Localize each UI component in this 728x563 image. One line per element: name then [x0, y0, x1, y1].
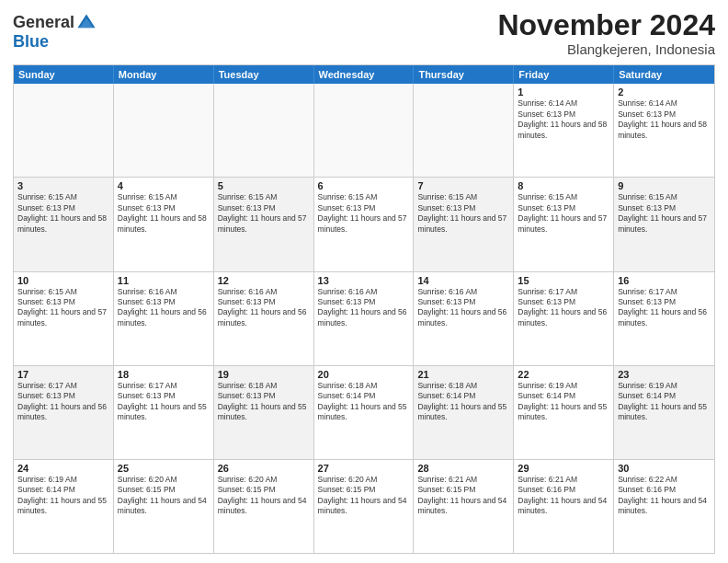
header-friday: Friday [514, 65, 614, 84]
cal-cell-r3-c0: 17Sunrise: 6:17 AM Sunset: 6:13 PM Dayli… [14, 366, 114, 459]
day-number: 6 [318, 180, 410, 191]
day-info: Sunrise: 6:19 AM Sunset: 6:14 PM Dayligh… [17, 475, 109, 517]
day-number: 11 [118, 275, 210, 286]
day-info: Sunrise: 6:17 AM Sunset: 6:13 PM Dayligh… [118, 381, 210, 423]
day-info: Sunrise: 6:15 AM Sunset: 6:13 PM Dayligh… [17, 287, 109, 329]
day-number: 4 [118, 180, 210, 191]
header-saturday: Saturday [614, 65, 714, 84]
header-tuesday: Tuesday [214, 65, 314, 84]
cal-cell-r0-c1 [114, 84, 214, 177]
day-info: Sunrise: 6:17 AM Sunset: 6:13 PM Dayligh… [618, 287, 711, 329]
header-wednesday: Wednesday [314, 65, 415, 84]
cal-cell-r4-c6: 30Sunrise: 6:22 AM Sunset: 6:16 PM Dayli… [614, 460, 714, 553]
day-number: 25 [118, 463, 210, 474]
day-info: Sunrise: 6:17 AM Sunset: 6:13 PM Dayligh… [518, 287, 609, 329]
cal-cell-r1-c5: 8Sunrise: 6:15 AM Sunset: 6:13 PM Daylig… [514, 178, 614, 270]
day-number: 27 [318, 463, 410, 474]
logo-icon [76, 13, 97, 33]
day-info: Sunrise: 6:18 AM Sunset: 6:14 PM Dayligh… [318, 381, 410, 423]
day-info: Sunrise: 6:15 AM Sunset: 6:13 PM Dayligh… [417, 192, 509, 235]
day-info: Sunrise: 6:15 AM Sunset: 6:13 PM Dayligh… [318, 192, 410, 235]
day-info: Sunrise: 6:15 AM Sunset: 6:13 PM Dayligh… [17, 192, 109, 235]
day-number: 8 [518, 180, 609, 191]
day-number: 23 [618, 369, 711, 380]
cal-cell-r0-c5: 1Sunrise: 6:14 AM Sunset: 6:13 PM Daylig… [514, 84, 614, 177]
calendar-header: Sunday Monday Tuesday Wednesday Thursday… [14, 65, 714, 84]
day-info: Sunrise: 6:16 AM Sunset: 6:13 PM Dayligh… [218, 287, 310, 329]
day-number: 14 [417, 275, 509, 286]
cal-row-1: 3Sunrise: 6:15 AM Sunset: 6:13 PM Daylig… [14, 177, 714, 270]
cal-cell-r1-c1: 4Sunrise: 6:15 AM Sunset: 6:13 PM Daylig… [114, 178, 214, 270]
day-info: Sunrise: 6:18 AM Sunset: 6:14 PM Dayligh… [417, 381, 509, 423]
cal-row-4: 24Sunrise: 6:19 AM Sunset: 6:14 PM Dayli… [14, 459, 714, 553]
cal-row-3: 17Sunrise: 6:17 AM Sunset: 6:13 PM Dayli… [14, 365, 714, 459]
day-info: Sunrise: 6:21 AM Sunset: 6:16 PM Dayligh… [518, 475, 609, 517]
logo-general: General [13, 14, 74, 32]
header: General Blue November 2024 Blangkejeren,… [13, 9, 715, 57]
cal-cell-r2-c6: 16Sunrise: 6:17 AM Sunset: 6:13 PM Dayli… [614, 272, 714, 365]
cal-row-2: 10Sunrise: 6:15 AM Sunset: 6:13 PM Dayli… [14, 271, 714, 365]
location: Blangkejeren, Indonesia [497, 41, 715, 57]
cal-cell-r4-c1: 25Sunrise: 6:20 AM Sunset: 6:15 PM Dayli… [114, 460, 214, 553]
cal-cell-r1-c3: 6Sunrise: 6:15 AM Sunset: 6:13 PM Daylig… [314, 178, 415, 270]
day-info: Sunrise: 6:16 AM Sunset: 6:13 PM Dayligh… [318, 287, 410, 329]
day-info: Sunrise: 6:15 AM Sunset: 6:13 PM Dayligh… [218, 192, 310, 235]
page: General Blue November 2024 Blangkejeren,… [0, 0, 728, 563]
day-number: 17 [17, 369, 109, 380]
day-info: Sunrise: 6:22 AM Sunset: 6:16 PM Dayligh… [618, 475, 711, 517]
cal-cell-r3-c5: 22Sunrise: 6:19 AM Sunset: 6:14 PM Dayli… [514, 366, 614, 459]
cal-cell-r0-c6: 2Sunrise: 6:14 AM Sunset: 6:13 PM Daylig… [614, 84, 714, 177]
day-info: Sunrise: 6:18 AM Sunset: 6:13 PM Dayligh… [218, 381, 310, 423]
day-info: Sunrise: 6:15 AM Sunset: 6:13 PM Dayligh… [518, 192, 609, 235]
cal-cell-r4-c5: 29Sunrise: 6:21 AM Sunset: 6:16 PM Dayli… [514, 460, 614, 553]
day-number: 18 [118, 369, 210, 380]
day-number: 26 [218, 463, 310, 474]
day-number: 16 [618, 275, 711, 286]
cal-cell-r2-c4: 14Sunrise: 6:16 AM Sunset: 6:13 PM Dayli… [414, 272, 514, 365]
cal-cell-r4-c0: 24Sunrise: 6:19 AM Sunset: 6:14 PM Dayli… [14, 460, 114, 553]
day-number: 2 [618, 86, 711, 98]
logo: General Blue [13, 13, 97, 52]
day-info: Sunrise: 6:14 AM Sunset: 6:13 PM Dayligh… [518, 98, 609, 141]
cal-cell-r1-c0: 3Sunrise: 6:15 AM Sunset: 6:13 PM Daylig… [14, 178, 114, 270]
cal-cell-r4-c3: 27Sunrise: 6:20 AM Sunset: 6:15 PM Dayli… [314, 460, 415, 553]
cal-cell-r0-c3 [314, 84, 415, 177]
month-title: November 2024 [497, 9, 715, 41]
day-number: 20 [318, 369, 410, 380]
cal-cell-r4-c2: 26Sunrise: 6:20 AM Sunset: 6:15 PM Dayli… [214, 460, 314, 553]
cal-cell-r4-c4: 28Sunrise: 6:21 AM Sunset: 6:15 PM Dayli… [414, 460, 514, 553]
cal-cell-r0-c4 [414, 84, 514, 177]
day-number: 15 [518, 275, 609, 286]
cal-cell-r0-c0 [14, 84, 114, 177]
day-info: Sunrise: 6:17 AM Sunset: 6:13 PM Dayligh… [17, 381, 109, 423]
cal-cell-r2-c0: 10Sunrise: 6:15 AM Sunset: 6:13 PM Dayli… [14, 272, 114, 365]
day-number: 1 [518, 86, 609, 98]
calendar: Sunday Monday Tuesday Wednesday Thursday… [13, 64, 715, 554]
day-number: 19 [218, 369, 310, 380]
cal-cell-r1-c4: 7Sunrise: 6:15 AM Sunset: 6:13 PM Daylig… [414, 178, 514, 270]
day-info: Sunrise: 6:15 AM Sunset: 6:13 PM Dayligh… [618, 192, 711, 235]
day-info: Sunrise: 6:20 AM Sunset: 6:15 PM Dayligh… [218, 475, 310, 517]
day-number: 9 [618, 180, 711, 191]
cal-cell-r3-c2: 19Sunrise: 6:18 AM Sunset: 6:13 PM Dayli… [214, 366, 314, 459]
cal-cell-r0-c2 [214, 84, 314, 177]
day-info: Sunrise: 6:19 AM Sunset: 6:14 PM Dayligh… [518, 381, 609, 423]
day-info: Sunrise: 6:14 AM Sunset: 6:13 PM Dayligh… [618, 98, 711, 141]
day-number: 12 [218, 275, 310, 286]
day-number: 24 [17, 463, 109, 474]
day-number: 7 [417, 180, 509, 191]
day-number: 13 [318, 275, 410, 286]
cal-cell-r2-c1: 11Sunrise: 6:16 AM Sunset: 6:13 PM Dayli… [114, 272, 214, 365]
day-info: Sunrise: 6:20 AM Sunset: 6:15 PM Dayligh… [318, 475, 410, 517]
header-monday: Monday [114, 65, 214, 84]
day-number: 3 [17, 180, 109, 191]
header-sunday: Sunday [14, 65, 114, 84]
day-number: 29 [518, 463, 609, 474]
cal-cell-r3-c6: 23Sunrise: 6:19 AM Sunset: 6:14 PM Dayli… [614, 366, 714, 459]
day-info: Sunrise: 6:16 AM Sunset: 6:13 PM Dayligh… [118, 287, 210, 329]
day-info: Sunrise: 6:15 AM Sunset: 6:13 PM Dayligh… [118, 192, 210, 235]
cal-cell-r1-c6: 9Sunrise: 6:15 AM Sunset: 6:13 PM Daylig… [614, 178, 714, 270]
day-info: Sunrise: 6:16 AM Sunset: 6:13 PM Dayligh… [417, 287, 509, 329]
cal-cell-r3-c1: 18Sunrise: 6:17 AM Sunset: 6:13 PM Dayli… [114, 366, 214, 459]
day-info: Sunrise: 6:20 AM Sunset: 6:15 PM Dayligh… [118, 475, 210, 517]
